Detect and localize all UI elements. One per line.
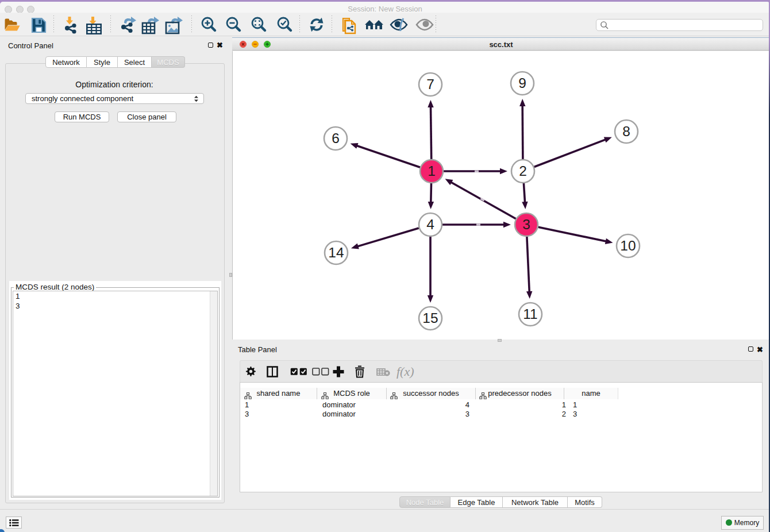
svg-text:15: 15	[422, 310, 438, 326]
svg-text:6: 6	[332, 130, 340, 146]
svg-text:2: 2	[519, 163, 527, 179]
svg-text:7: 7	[426, 76, 434, 92]
svg-text:9: 9	[518, 75, 526, 91]
svg-text:4: 4	[426, 217, 434, 232]
svg-text:1: 1	[428, 163, 436, 179]
svg-text:11: 11	[523, 306, 537, 322]
svg-text:3: 3	[522, 217, 530, 232]
svg-text:14: 14	[328, 245, 344, 260]
svg-text:10: 10	[620, 238, 636, 253]
svg-text:8: 8	[622, 124, 630, 139]
